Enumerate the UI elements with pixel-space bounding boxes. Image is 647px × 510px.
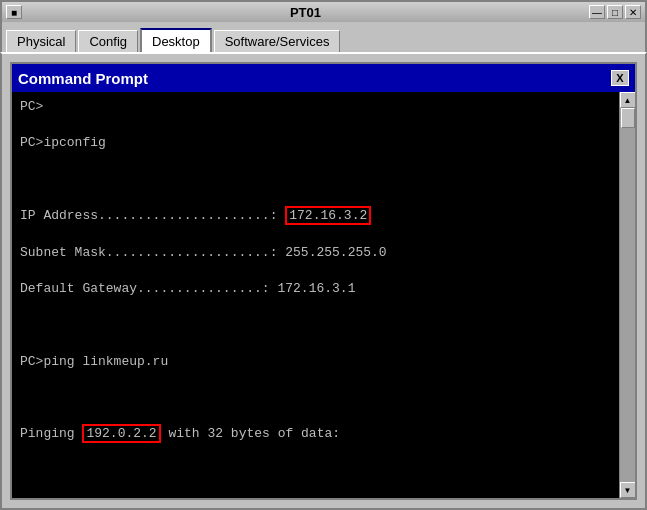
tab-desktop[interactable]: Desktop: [140, 28, 212, 52]
cmd-line-7: PC>ping linkmeup.ru: [20, 353, 611, 371]
cmd-scrollbar: ▲ ▼: [619, 92, 635, 498]
cmd-line-6: [20, 316, 611, 334]
scroll-track[interactable]: [620, 108, 636, 482]
cmd-line-5: Default Gateway................: 172.16.…: [20, 280, 611, 298]
main-content: Command Prompt X PC> PC>ipconfig IP Addr…: [0, 52, 647, 510]
window-icon: ■: [6, 5, 22, 19]
title-bar: ■ PT01 — □ ✕: [0, 0, 647, 22]
cmd-line-10: [20, 462, 611, 480]
scroll-thumb[interactable]: [621, 108, 635, 128]
tab-physical[interactable]: Physical: [6, 30, 76, 52]
cmd-close-button[interactable]: X: [611, 70, 629, 86]
close-button[interactable]: ✕: [625, 5, 641, 19]
tab-software[interactable]: Software/Services: [214, 30, 341, 52]
ip-address-value: 172.16.3.2: [285, 206, 371, 225]
maximize-button[interactable]: □: [607, 5, 623, 19]
scroll-down-button[interactable]: ▼: [620, 482, 636, 498]
cmd-line-4: Subnet Mask.....................: 255.25…: [20, 244, 611, 262]
window-controls: — □ ✕: [589, 5, 641, 19]
cmd-prompt-window: Command Prompt X PC> PC>ipconfig IP Addr…: [10, 62, 637, 500]
cmd-line-0: PC>: [20, 98, 611, 116]
window-title: PT01: [22, 5, 589, 20]
cmd-title-bar: Command Prompt X: [12, 64, 635, 92]
minimize-button[interactable]: —: [589, 5, 605, 19]
cmd-content-wrapper: PC> PC>ipconfig IP Address..............…: [12, 92, 635, 498]
cmd-line-2: [20, 171, 611, 189]
cmd-line-1: PC>ipconfig: [20, 134, 611, 152]
cmd-line-8: [20, 389, 611, 407]
scroll-up-button[interactable]: ▲: [620, 92, 636, 108]
cmd-line-3: IP Address......................: 172.16…: [20, 207, 611, 225]
tab-bar: Physical Config Desktop Software/Service…: [0, 22, 647, 52]
ping-ip-value: 192.0.2.2: [82, 424, 160, 443]
cmd-title-text: Command Prompt: [18, 70, 148, 87]
tab-config[interactable]: Config: [78, 30, 138, 52]
cmd-line-9: Pinging 192.0.2.2 with 32 bytes of data:: [20, 425, 611, 443]
cmd-content-area[interactable]: PC> PC>ipconfig IP Address..............…: [12, 92, 619, 498]
